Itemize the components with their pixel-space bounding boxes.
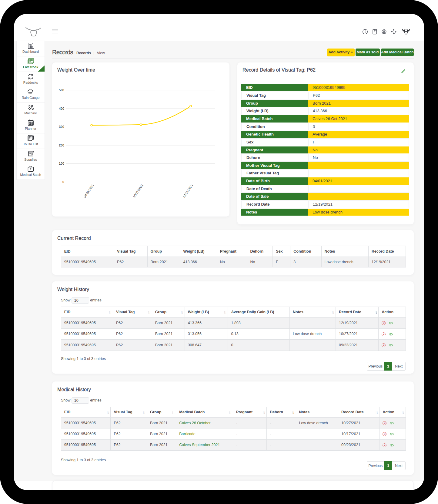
svg-text:12/19/2021: 12/19/2021 <box>182 183 194 198</box>
svg-text:10/27/2021: 10/27/2021 <box>132 183 144 198</box>
svg-text:100: 100 <box>59 162 64 165</box>
svg-text:300: 300 <box>59 125 64 129</box>
svg-text:09/23/2021: 09/23/2021 <box>83 183 95 198</box>
svg-text:500: 500 <box>59 88 64 92</box>
svg-text:400: 400 <box>59 107 64 110</box>
svg-text:200: 200 <box>59 143 64 147</box>
svg-text:0: 0 <box>62 180 64 184</box>
